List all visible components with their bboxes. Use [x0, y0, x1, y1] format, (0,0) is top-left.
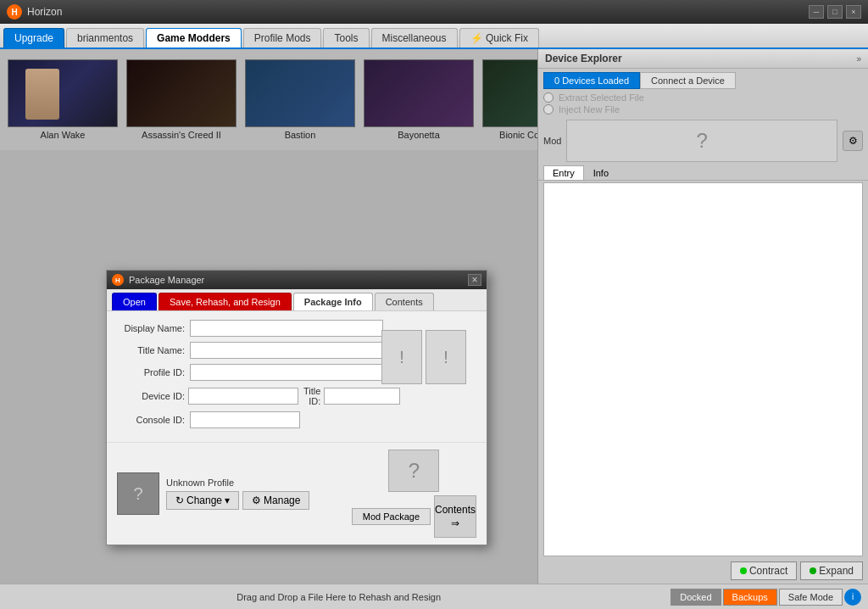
profile-id-label: Profile ID:	[117, 367, 185, 377]
inject-radio[interactable]	[543, 104, 554, 115]
entry-tab[interactable]: Entry	[543, 165, 584, 180]
game-img-box-1: !	[381, 330, 422, 384]
game-name-bastion: Bastion	[285, 130, 316, 140]
tab-miscellaneous[interactable]: Miscellaneous	[371, 28, 458, 47]
connect-device-tab[interactable]: Connect a Device	[640, 72, 736, 89]
title-name-input[interactable]	[190, 342, 383, 359]
dialog-tab-package-info[interactable]: Package Info	[293, 293, 373, 310]
info-icon[interactable]: i	[844, 589, 861, 606]
game-thumb-bionic-commando	[482, 59, 537, 127]
entry-info-tabs: Entry Info	[538, 164, 868, 181]
right-panel: Device Explorer » 0 Devices Loaded Conne…	[537, 49, 868, 584]
game-thumb-alan-wake	[8, 59, 118, 127]
console-id-input[interactable]	[190, 411, 300, 428]
game-name-assassins-creed: Assassin's Creed II	[142, 130, 221, 140]
safe-mode-button[interactable]: Safe Mode	[779, 589, 843, 606]
inject-new-label: Inject New File	[559, 104, 620, 115]
change-icon: ↻	[175, 494, 184, 506]
game-thumb-bastion	[245, 59, 355, 127]
profile-icon: ?	[117, 472, 159, 515]
close-button[interactable]: ×	[846, 5, 861, 19]
minimize-button[interactable]: ─	[809, 5, 824, 19]
manage-profile-button[interactable]: ⚙ Manage	[242, 491, 309, 510]
device-actions: Extract Selected File Inject New File	[538, 89, 868, 118]
status-buttons: Docked Backups Safe Mode i	[670, 589, 861, 606]
device-id-input[interactable]	[188, 388, 298, 405]
dialog-bottom: ? Unknown Profile ↻ Change ▾ ⚙ Manage	[107, 442, 487, 545]
mod-image-box: ?	[566, 120, 837, 162]
dialog-body: Display Name: Title Name: Profile ID:	[107, 311, 487, 442]
title-bar: H Horizon ─ □ ×	[0, 0, 868, 24]
change-profile-button[interactable]: ↻ Change ▾	[166, 491, 239, 510]
game-items-row: Alan Wake Assassin's Creed II Bastion Ba…	[0, 49, 537, 150]
game-item-bayonetta[interactable]: Bayonetta	[359, 56, 478, 143]
dialog-title-bar: H Package Manager ×	[107, 271, 487, 289]
mod-package-icon: ?	[388, 450, 439, 492]
quick-fix-icon: ⚡	[470, 32, 483, 44]
device-mod-row: Mod ? ⚙	[538, 118, 868, 164]
game-item-alan-wake[interactable]: Alan Wake	[3, 56, 122, 143]
game-gallery: Alan Wake Assassin's Creed II Bastion Ba…	[0, 49, 537, 584]
game-thumb-assassins-creed	[126, 59, 236, 127]
docked-button[interactable]: Docked	[670, 589, 721, 606]
dialog-title: Package Manager	[129, 275, 204, 285]
title-name-label: Title Name:	[117, 345, 185, 355]
contents-label: Contents	[435, 504, 476, 516]
game-image-area: ! !	[381, 330, 466, 384]
mod-package-section: ? Mod Package Contents ⇒	[352, 450, 476, 538]
change-dropdown-arrow: ▾	[225, 494, 230, 506]
arrow-right-icon: ⇒	[451, 517, 459, 529]
device-content-area	[543, 182, 863, 556]
display-name-label: Display Name:	[117, 323, 185, 333]
devices-loaded-tab[interactable]: 0 Devices Loaded	[543, 72, 640, 89]
game-name-bayonetta: Bayonetta	[398, 130, 440, 140]
game-item-assassins-creed[interactable]: Assassin's Creed II	[122, 56, 241, 143]
title-id-label: Title ID:	[303, 386, 320, 406]
dialog-tab-save-rehash-resign[interactable]: Save, Rehash, and Resign	[159, 293, 292, 310]
window-title: Horizon	[27, 6, 62, 18]
display-name-input[interactable]	[190, 320, 383, 337]
profile-name: Unknown Profile	[166, 478, 309, 488]
backups-button[interactable]: Backups	[723, 589, 777, 606]
dialog-icon: H	[112, 274, 124, 286]
mod-gear-button[interactable]: ⚙	[843, 131, 863, 151]
tab-quick-fix[interactable]: ⚡ Quick Fix	[459, 28, 539, 47]
extract-radio[interactable]	[543, 92, 554, 103]
dialog-tabs: Open Save, Rehash, and Resign Package In…	[107, 289, 487, 311]
game-img-box-2: !	[426, 330, 466, 384]
menu-bar: Upgrade brianmentos Game Modders Profile…	[0, 24, 868, 49]
game-thumb-bayonetta	[364, 59, 474, 127]
manage-icon: ⚙	[252, 494, 261, 506]
contents-arrow-button[interactable]: Contents ⇒	[434, 495, 476, 538]
tab-upgrade[interactable]: Upgrade	[3, 28, 64, 47]
game-item-bastion[interactable]: Bastion	[241, 56, 359, 143]
tab-tools[interactable]: Tools	[323, 28, 369, 47]
maximize-button[interactable]: □	[827, 5, 843, 19]
tab-profile-mods[interactable]: Profile Mods	[243, 28, 322, 47]
device-tabs: 0 Devices Loaded Connect a Device	[538, 69, 868, 89]
console-id-label: Console ID:	[117, 415, 185, 425]
contract-dot	[740, 567, 747, 574]
game-name-alan-wake: Alan Wake	[41, 130, 86, 140]
mod-package-button[interactable]: Mod Package	[352, 508, 431, 525]
game-item-bionic-commando[interactable]: Bionic Commando	[478, 56, 537, 143]
info-tab[interactable]: Info	[584, 165, 618, 180]
profile-id-input[interactable]	[190, 364, 383, 381]
tab-brianmentos[interactable]: brianmentos	[66, 28, 144, 47]
expand-dot	[810, 567, 816, 574]
dialog-tab-open[interactable]: Open	[112, 293, 157, 310]
app-icon: H	[7, 4, 22, 20]
dialog-tab-contents[interactable]: Contents	[375, 293, 434, 310]
tab-game-modders[interactable]: Game Modders	[146, 28, 242, 47]
device-id-label: Device ID:	[117, 391, 185, 401]
extract-selected-label: Extract Selected File	[559, 92, 644, 103]
package-manager-dialog: H Package Manager × Open Save, Rehash, a…	[106, 270, 487, 545]
expand-button[interactable]: Expand	[800, 562, 863, 580]
status-text: Drag and Drop a File Here to Rehash and …	[7, 592, 670, 602]
game-name-bionic-commando: Bionic Commando	[499, 130, 537, 140]
device-explorer-header: Device Explorer »	[538, 49, 868, 69]
dialog-close-button[interactable]: ×	[468, 274, 481, 286]
title-id-input[interactable]	[324, 388, 400, 405]
contract-button[interactable]: Contract	[731, 562, 797, 580]
device-explorer-expand-button[interactable]: »	[856, 54, 861, 64]
